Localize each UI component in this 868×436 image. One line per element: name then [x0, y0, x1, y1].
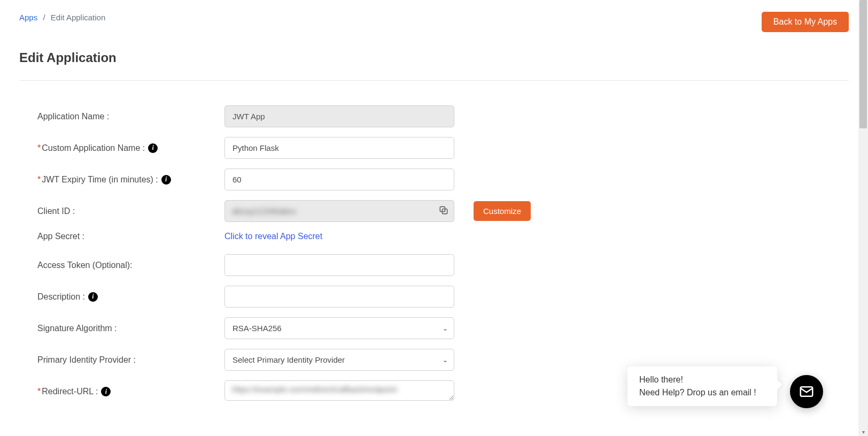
access-token-label: Access Token (Optional): — [37, 261, 224, 270]
copy-icon[interactable] — [438, 205, 449, 218]
access-token-input[interactable] — [224, 254, 454, 276]
signature-algorithm-label: Signature Algorithm : — [37, 324, 224, 333]
page-title: Edit Application — [19, 50, 849, 65]
client-id-input — [224, 200, 454, 222]
scrollbar-down-arrow-icon[interactable]: ▾ — [858, 429, 868, 435]
jwt-expiry-input[interactable] — [224, 169, 454, 190]
description-input[interactable] — [224, 286, 454, 308]
chat-popup: Hello there! Need Help? Drop us an email… — [627, 366, 777, 406]
customize-button[interactable]: Customize — [474, 201, 531, 221]
signature-algorithm-select[interactable]: RSA-SHA256 — [224, 317, 454, 339]
chat-line-1: Hello there! — [639, 375, 765, 385]
info-icon[interactable]: i — [161, 175, 171, 185]
application-name-label: Application Name : — [37, 112, 224, 121]
app-secret-label: App Secret : — [37, 232, 224, 241]
primary-idp-select[interactable]: Select Primary Identity Provider — [224, 349, 454, 371]
reveal-app-secret-link[interactable]: Click to reveal App Secret — [224, 232, 322, 241]
custom-app-name-label: *Custom Application Name : i — [37, 143, 224, 153]
primary-idp-label: Primary Identity Provider : — [37, 355, 224, 365]
scrollbar-thumb[interactable] — [859, 0, 867, 128]
chat-popup-arrow — [777, 379, 782, 390]
info-icon[interactable]: i — [101, 387, 111, 396]
redirect-url-label: *Redirect-URL : i — [37, 387, 224, 396]
breadcrumb-apps-link[interactable]: Apps — [19, 13, 37, 22]
breadcrumb-current: Edit Application — [51, 13, 106, 22]
scrollbar[interactable]: ▾ — [858, 0, 868, 436]
breadcrumb-separator: / — [43, 13, 45, 22]
info-icon[interactable]: i — [88, 292, 98, 302]
breadcrumb: Apps / Edit Application — [19, 12, 105, 22]
back-to-apps-button[interactable]: Back to My Apps — [762, 12, 849, 32]
chat-button[interactable] — [790, 375, 823, 408]
redirect-url-input[interactable] — [224, 380, 454, 401]
description-label: Description : i — [37, 292, 224, 302]
client-id-label: Client ID : — [37, 206, 224, 216]
custom-app-name-input[interactable] — [224, 137, 454, 159]
mail-icon — [799, 384, 815, 400]
jwt-expiry-label: *JWT Expiry Time (in minutes) : i — [37, 175, 224, 185]
info-icon[interactable]: i — [148, 143, 158, 153]
chat-line-2: Need Help? Drop us an email ! — [639, 388, 765, 397]
application-name-input — [224, 105, 454, 127]
